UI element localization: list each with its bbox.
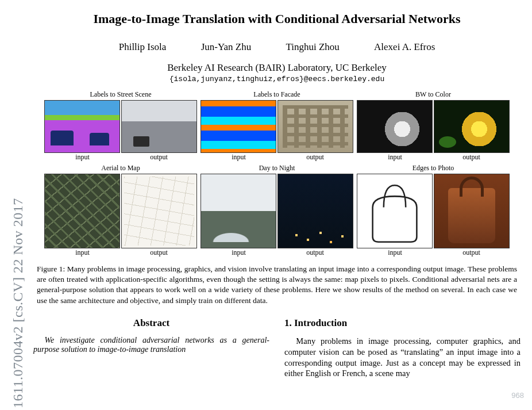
affiliation: Berkeley AI Research (BAIR) Laboratory, … xyxy=(33,62,521,74)
input-label: input xyxy=(44,248,121,257)
example-bw-to-color: BW to Color input output xyxy=(357,90,510,162)
example-input-image xyxy=(44,174,120,248)
input-label: input xyxy=(357,153,433,162)
output-label: output xyxy=(121,248,197,257)
example-output-image xyxy=(434,100,510,153)
example-title: Labels to Street Scene xyxy=(90,90,152,99)
output-label: output xyxy=(433,153,510,162)
intro-text: Many problems in image processing, compu… xyxy=(284,336,521,379)
paper-page: Image-to-Image Translation with Conditio… xyxy=(28,0,532,379)
example-input-image xyxy=(357,174,433,248)
email-line: {isola,junyanz,tinghuiz,efros}@eecs.berk… xyxy=(33,75,521,83)
abstract-heading: Abstract xyxy=(33,317,269,329)
author: Jun-Yan Zhu xyxy=(201,41,252,52)
input-label: input xyxy=(201,153,277,162)
example-input-image xyxy=(201,100,276,153)
example-input-image xyxy=(201,174,276,248)
input-label: input xyxy=(357,248,433,257)
example-input-image xyxy=(44,100,120,153)
example-title: Aerial to Map xyxy=(101,164,140,173)
left-column: Abstract We investigate conditional adve… xyxy=(33,314,269,379)
author: Tinghui Zhou xyxy=(286,41,339,52)
figure-caption: Figure 1: Many problems in image process… xyxy=(37,264,517,306)
author-list: Phillip Isola Jun-Yan Zhu Tinghui Zhou A… xyxy=(33,41,521,53)
author: Alexei A. Efros xyxy=(374,41,435,52)
example-labels-to-facade: Labels to Facade input output xyxy=(201,90,353,162)
output-label: output xyxy=(433,248,510,257)
handbag-edges-icon xyxy=(357,174,432,248)
output-label: output xyxy=(277,248,353,257)
example-title: Edges to Photo xyxy=(413,164,454,173)
intro-heading: 1. Introduction xyxy=(284,317,521,329)
input-label: input xyxy=(44,153,121,162)
example-title: BW to Color xyxy=(415,90,451,99)
paper-title: Image-to-Image Translation with Conditio… xyxy=(33,12,521,26)
example-title: Labels to Facade xyxy=(253,90,300,99)
example-output-image xyxy=(121,174,197,248)
example-output-image xyxy=(277,100,353,153)
example-input-image xyxy=(357,100,433,153)
example-day-to-night: Day to Night input output xyxy=(201,164,353,257)
example-title: Day to Night xyxy=(259,164,295,173)
example-output-image xyxy=(277,174,353,248)
example-aerial-to-map: Aerial to Map input output xyxy=(44,164,197,257)
output-label: output xyxy=(277,153,353,162)
example-output-image xyxy=(121,100,197,153)
author: Phillip Isola xyxy=(119,41,167,52)
right-column: 1. Introduction Many problems in image p… xyxy=(284,314,521,379)
figure-1: Labels to Street Scene input output Labe… xyxy=(36,90,518,306)
body-columns: Abstract We investigate conditional adve… xyxy=(33,314,521,379)
example-output-image xyxy=(434,174,510,248)
watermark-text: 968 xyxy=(511,391,524,400)
input-label: input xyxy=(201,248,277,257)
abstract-text: We investigate conditional adversarial n… xyxy=(33,336,269,354)
arxiv-stamp: 1611.07004v2 [cs.CV] 22 Nov 2017 xyxy=(10,198,26,408)
example-edges-to-photo: Edges to Photo input output xyxy=(357,164,510,257)
example-labels-to-street: Labels to Street Scene input output xyxy=(44,90,197,162)
output-label: output xyxy=(121,153,197,162)
